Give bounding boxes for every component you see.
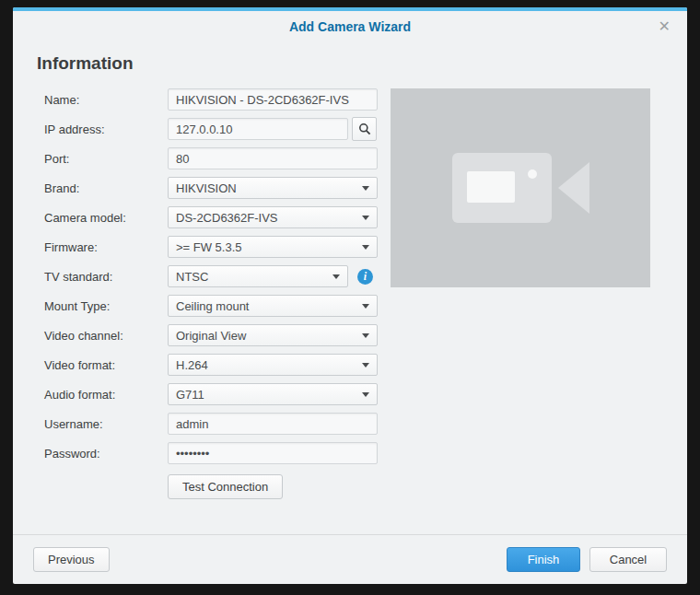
tv-standard-select-value: NTSC	[176, 270, 208, 284]
search-button[interactable]	[352, 117, 377, 141]
camera-icon-screen	[467, 171, 515, 203]
finish-button[interactable]: Finish	[507, 547, 580, 572]
dialog-title: Add Camera Wizard	[289, 19, 411, 34]
chevron-down-icon	[362, 304, 369, 309]
brand-row: Brand: HIKVISION	[44, 177, 378, 199]
camera-placeholder-icon	[452, 153, 589, 223]
tv-standard-row: TV standard: NTSC i	[44, 265, 378, 287]
password-row: Password:	[44, 442, 378, 464]
chevron-down-icon	[362, 363, 369, 368]
chevron-down-icon	[362, 333, 369, 338]
video-format-select-value: H.264	[176, 358, 208, 372]
firmware-row: Firmware: >= FW 5.3.5	[44, 236, 378, 258]
audio-format-row: Audio format: G711	[44, 383, 378, 405]
camera-preview	[391, 88, 650, 287]
audio-format-label: Audio format:	[44, 388, 168, 402]
camera-model-row: Camera model: DS-2CD6362F-IVS	[44, 206, 378, 228]
chevron-down-icon	[362, 186, 369, 191]
chevron-down-icon	[332, 274, 340, 279]
previous-button[interactable]: Previous	[33, 547, 110, 572]
firmware-select[interactable]: >= FW 5.3.5	[168, 236, 378, 258]
footer-right-buttons: Finish Cancel	[507, 547, 667, 572]
video-channel-select[interactable]: Original View	[168, 324, 378, 346]
test-connection-row: Test Connection	[44, 475, 378, 497]
firmware-select-value: >= FW 5.3.5	[176, 240, 242, 254]
password-label: Password:	[44, 447, 168, 461]
video-format-row: Video format: H.264	[44, 354, 378, 376]
chevron-down-icon	[362, 392, 369, 397]
camera-icon-body	[452, 153, 552, 223]
port-row: Port:	[44, 147, 378, 169]
mount-type-select-value: Ceiling mount	[176, 299, 250, 313]
page-title: Information	[37, 53, 687, 74]
username-row: Username:	[44, 413, 378, 435]
name-row: Name:	[44, 88, 378, 111]
chevron-down-icon	[362, 245, 369, 250]
cancel-button[interactable]: Cancel	[589, 547, 667, 572]
video-format-label: Video format:	[44, 358, 168, 372]
video-format-select[interactable]: H.264	[168, 354, 378, 376]
mount-type-row: Mount Type: Ceiling mount	[44, 295, 378, 317]
video-channel-row: Video channel: Original View	[44, 324, 378, 346]
camera-model-select-value: DS-2CD6362F-IVS	[176, 211, 278, 225]
dialog-footer: Previous Finish Cancel	[13, 534, 687, 584]
video-channel-label: Video channel:	[44, 329, 168, 343]
close-icon[interactable]: ✕	[657, 18, 672, 36]
audio-format-select-value: G711	[176, 388, 204, 402]
add-camera-wizard-dialog: Add Camera Wizard ✕ Information Name: IP…	[13, 7, 687, 584]
camera-icon-dot	[528, 169, 537, 179]
video-channel-select-value: Original View	[176, 329, 246, 343]
camera-model-select[interactable]: DS-2CD6362F-IVS	[168, 206, 378, 228]
tv-standard-label: TV standard:	[44, 270, 168, 284]
camera-icon-lens	[558, 162, 589, 214]
dialog-titlebar: Add Camera Wizard ✕	[13, 11, 687, 42]
password-input[interactable]	[168, 442, 378, 464]
audio-format-select[interactable]: G711	[168, 383, 378, 405]
brand-label: Brand:	[44, 181, 168, 195]
username-input[interactable]	[168, 413, 378, 435]
test-connection-button[interactable]: Test Connection	[168, 474, 283, 499]
firmware-label: Firmware:	[44, 240, 168, 254]
info-icon[interactable]: i	[357, 269, 373, 285]
tv-standard-select[interactable]: NTSC	[168, 265, 348, 287]
dialog-content: Name: IP address: Port: Brand:	[13, 88, 687, 534]
port-label: Port:	[44, 152, 168, 166]
name-label: Name:	[44, 93, 168, 107]
name-input[interactable]	[168, 88, 378, 111]
port-input[interactable]	[168, 147, 378, 169]
chevron-down-icon	[362, 216, 369, 220]
mount-type-label: Mount Type:	[44, 299, 168, 313]
ip-address-input[interactable]	[168, 118, 348, 140]
username-label: Username:	[44, 417, 168, 431]
camera-model-label: Camera model:	[44, 211, 168, 225]
ip-address-row: IP address:	[44, 118, 378, 140]
brand-select[interactable]: HIKVISION	[168, 177, 378, 199]
search-icon	[358, 122, 371, 135]
mount-type-select[interactable]: Ceiling mount	[168, 295, 378, 317]
ip-address-label: IP address:	[44, 122, 168, 136]
brand-select-value: HIKVISION	[176, 181, 237, 195]
camera-form: Name: IP address: Port: Brand:	[13, 88, 378, 505]
